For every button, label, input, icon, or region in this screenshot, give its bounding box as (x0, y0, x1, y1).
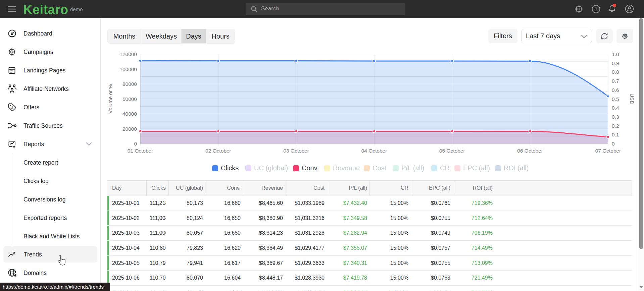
svg-text:120000: 120000 (119, 51, 137, 57)
svg-text:01 October: 01 October (128, 148, 153, 154)
svg-text:07 October: 07 October (595, 148, 621, 154)
svg-text:04 October: 04 October (361, 148, 387, 154)
svg-text:02 October: 02 October (205, 148, 231, 154)
svg-text:40000: 40000 (122, 111, 137, 117)
svg-text:0.7: 0.7 (612, 78, 619, 84)
svg-text:0.6: 0.6 (612, 87, 619, 93)
svg-text:0.3: 0.3 (612, 114, 619, 120)
svg-text:0: 0 (612, 141, 615, 147)
svg-text:100000: 100000 (119, 66, 137, 72)
svg-text:USD: USD (629, 94, 635, 105)
svg-text:06 October: 06 October (517, 148, 543, 154)
svg-text:60000: 60000 (122, 96, 137, 102)
svg-text:0.9: 0.9 (612, 60, 619, 66)
svg-text:0.5: 0.5 (612, 96, 619, 102)
svg-text:0.2: 0.2 (612, 123, 619, 129)
svg-text:1.0: 1.0 (612, 51, 619, 57)
svg-text:0.8: 0.8 (612, 69, 619, 75)
svg-text:05 October: 05 October (439, 148, 465, 154)
svg-text:0.1: 0.1 (612, 132, 619, 137)
svg-text:Volume or %: Volume or % (107, 84, 113, 114)
svg-text:0: 0 (134, 141, 137, 147)
svg-text:20000: 20000 (122, 126, 137, 132)
svg-text:S: S (11, 105, 14, 109)
svg-text:80000: 80000 (122, 81, 137, 87)
svg-text:0.4: 0.4 (612, 105, 619, 111)
svg-text:03 October: 03 October (283, 148, 309, 154)
